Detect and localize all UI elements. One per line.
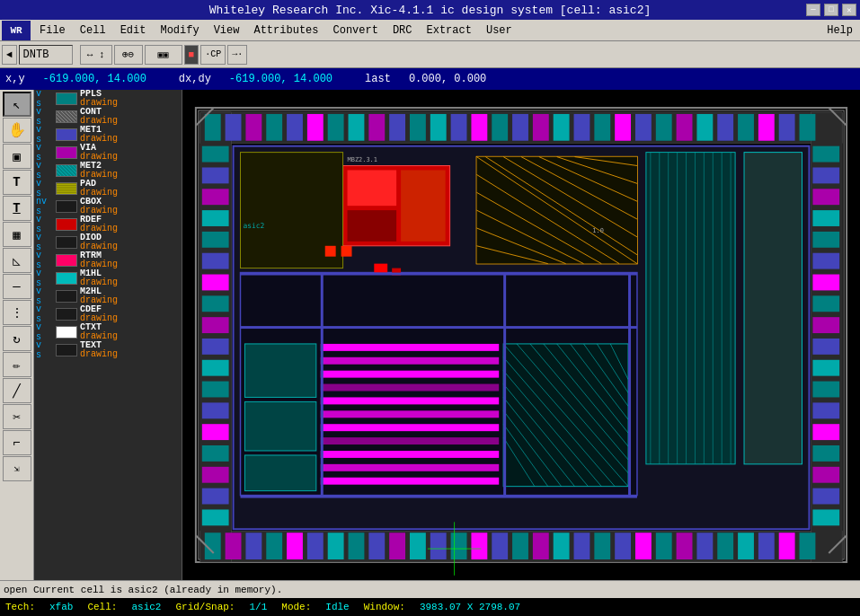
zoom-in-button[interactable]: ⊕⊖ — [114, 45, 143, 65]
layer-row-cbox[interactable]: nvsCBOXdrawing — [34, 198, 182, 216]
layer-info-rtrm: RTRMdrawing — [80, 251, 118, 269]
svg-rect-67 — [202, 146, 229, 163]
svg-rect-173 — [341, 246, 352, 257]
text2-tool[interactable]: T — [3, 196, 31, 221]
toolbar: ◄ ↔ ↕ ⊕⊖ ▣▣ ■ ·CP →· — [0, 41, 860, 68]
svg-rect-72 — [202, 253, 229, 269]
layer-row-diod[interactable]: vsDIODdrawing — [34, 233, 182, 251]
grid-label: Grid/Snap: — [175, 602, 235, 612]
corner-tool[interactable]: ⌐ — [3, 430, 31, 455]
last-value: 0.000, 0.000 — [409, 73, 486, 85]
dots-tool[interactable]: ⋮ — [3, 300, 31, 325]
layer-row-via[interactable]: vsVIAdrawing — [34, 144, 182, 162]
window-label: Window: — [364, 602, 405, 612]
canvas-area[interactable]: asic2 MBZ2.3.1 1.0 — [182, 90, 860, 580]
app-logo: WR — [2, 21, 31, 40]
layer-row-met1[interactable]: vsMET1drawing — [34, 126, 182, 144]
pencil-tool[interactable]: ✏ — [3, 352, 31, 377]
layer-info-met2: MET2drawing — [80, 162, 118, 180]
close-button[interactable]: ✕ — [842, 4, 856, 16]
svg-rect-19 — [451, 114, 467, 141]
layer-flags-m2hl: vs — [36, 286, 56, 306]
wire-tool[interactable]: — — [3, 274, 31, 299]
layer-row-m2hl[interactable]: vsM2HLdrawing — [34, 287, 182, 305]
svg-rect-152 — [321, 478, 499, 485]
menu-drc[interactable]: DRC — [386, 22, 420, 39]
maximize-button[interactable]: □ — [824, 4, 838, 16]
prev-view-button[interactable]: ◄ — [2, 45, 17, 65]
layer-row-rtrm[interactable]: vsRTRMdrawing — [34, 251, 182, 269]
menu-view[interactable]: View — [207, 22, 247, 39]
layer-row-m1hl[interactable]: vsM1HLdrawing — [34, 269, 182, 287]
svg-rect-14 — [349, 114, 365, 141]
xy-value: -619.000, 14.000 — [43, 73, 146, 85]
svg-rect-180 — [503, 273, 506, 496]
layer-row-met2[interactable]: vsMET2drawing — [34, 162, 182, 180]
svg-rect-70 — [202, 210, 229, 226]
layer-info-ctxt: CTXTdrawing — [80, 323, 118, 341]
layer-row-ctxt[interactable]: vsCTXTdrawing — [34, 323, 182, 341]
svg-rect-38 — [226, 532, 242, 559]
menu-extract[interactable]: Extract — [420, 22, 479, 39]
menu-convert[interactable]: Convert — [325, 22, 385, 39]
layer-swatch-rtrm — [56, 254, 77, 267]
select-area-tool[interactable]: ▣ — [3, 144, 31, 169]
svg-rect-61 — [696, 532, 713, 559]
svg-rect-81 — [202, 445, 229, 462]
svg-rect-58 — [635, 532, 652, 559]
svg-rect-93 — [812, 317, 839, 333]
layer-swatch-cont — [56, 110, 77, 123]
svg-rect-60 — [677, 532, 693, 559]
cell-name-input[interactable] — [19, 45, 73, 65]
svg-rect-35 — [779, 114, 795, 141]
pointer-tool[interactable]: ↖ — [3, 92, 31, 117]
title-text: Whiteley Research Inc. Xic-4.1.1 ic desi… — [209, 4, 651, 17]
fit-button[interactable]: ▣▣ — [145, 45, 182, 65]
help-button[interactable]: Help — [820, 22, 860, 39]
ic-design-canvas[interactable]: asic2 MBZ2.3.1 1.0 — [182, 90, 860, 580]
layer-info-diod: DIODdrawing — [80, 233, 118, 251]
layer-info-cbox: CBOXdrawing — [80, 198, 118, 216]
layer-row-ppls[interactable]: vsPPLSdrawing — [34, 90, 182, 108]
menu-cell[interactable]: Cell — [73, 22, 113, 39]
svg-rect-17 — [410, 114, 426, 141]
menu-bar: WR File Cell Edit Modify View Attributes… — [0, 20, 860, 41]
svg-rect-148 — [321, 424, 499, 431]
menu-user[interactable]: User — [479, 22, 519, 39]
arrow-right-button[interactable]: →· — [227, 45, 247, 65]
layer-flags-via: vs — [36, 143, 56, 163]
layer-flags-ctxt: vs — [36, 322, 56, 342]
left-toolbar: ↖ ✋ ▣ T T ▦ ◺ — ⋮ ↻ ✏ ╱ ✂ ⌐ ⇲ — [0, 90, 34, 580]
line-tool[interactable]: ╱ — [3, 378, 31, 403]
layer-row-text[interactable]: vsTEXTdrawing — [34, 341, 182, 359]
menu-edit[interactable]: Edit — [113, 22, 154, 39]
measure-tool[interactable]: ◺ — [3, 248, 31, 273]
spiral-tool[interactable]: ↻ — [3, 326, 31, 351]
layer-row-cdef[interactable]: vsCDEFdrawing — [34, 305, 182, 323]
nav-arrows-button[interactable]: ↔ ↕ — [80, 45, 112, 65]
svg-rect-96 — [812, 382, 839, 398]
window-controls[interactable]: ─ □ ✕ — [806, 4, 856, 16]
layer-row-cont[interactable]: vsCONTdrawing — [34, 108, 182, 126]
resize-tool[interactable]: ⇲ — [3, 456, 31, 481]
layer-panel[interactable]: vsPPLSdrawingvsCONTdrawingvsMET1drawingv… — [34, 90, 182, 580]
minimize-button[interactable]: ─ — [806, 4, 820, 16]
hatch-tool[interactable]: ▦ — [3, 222, 31, 247]
svg-rect-11 — [287, 114, 303, 141]
svg-rect-18 — [430, 114, 447, 141]
svg-rect-135 — [744, 153, 802, 464]
menu-modify[interactable]: Modify — [153, 22, 206, 39]
layer-row-pad[interactable]: vsPADdrawing — [34, 180, 182, 198]
text-tool[interactable]: T — [3, 170, 31, 195]
pan-tool[interactable]: ✋ — [3, 118, 31, 143]
box-button[interactable]: ■ — [184, 45, 199, 65]
menu-file[interactable]: File — [32, 22, 73, 39]
layer-row-rdef[interactable]: vsRDEFdrawing — [34, 216, 182, 233]
svg-rect-62 — [717, 532, 733, 559]
svg-rect-69 — [202, 189, 229, 205]
menu-attributes[interactable]: Attributes — [246, 22, 325, 39]
svg-rect-54 — [554, 532, 570, 559]
svg-rect-43 — [328, 532, 344, 559]
scissors-tool[interactable]: ✂ — [3, 404, 31, 429]
cp-button[interactable]: ·CP — [200, 45, 226, 65]
